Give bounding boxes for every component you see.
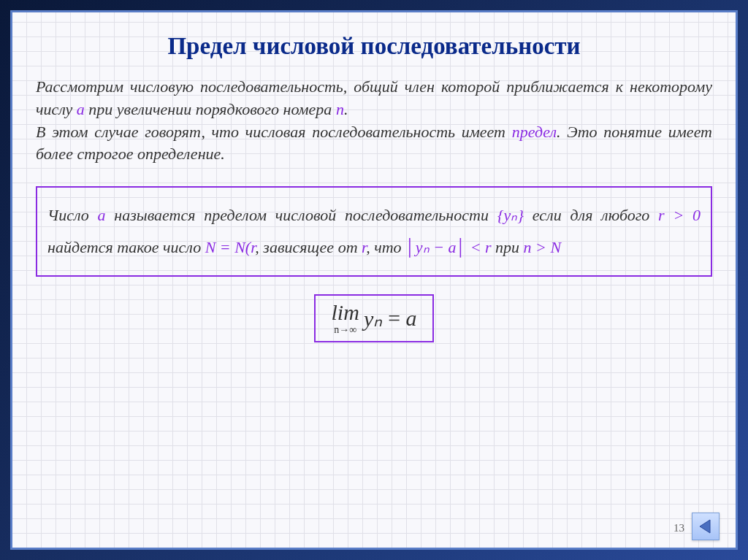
slide-frame: Предел числовой последовательности Рассм… (10, 10, 738, 550)
def-rgt0: r > 0 (658, 206, 701, 224)
def-2e: при (492, 238, 524, 256)
var-n: n (336, 100, 344, 118)
lim-text: lim (332, 302, 359, 323)
abs-left: │ (405, 238, 416, 256)
intro-paragraph-1: Рассмотрим числовую последовательность, … (36, 76, 712, 121)
def-ngt: n > N (524, 238, 562, 256)
def-lt: < r (466, 238, 491, 256)
prev-slide-button[interactable] (692, 513, 720, 540)
svg-marker-0 (700, 520, 710, 533)
intro-p1-c: . (344, 100, 348, 118)
def-var-a: a (98, 206, 106, 224)
abs-right: │ (456, 238, 466, 256)
intro-paragraph-2: В этом случае говорят, что числовая посл… (36, 121, 712, 166)
def-1b: называется пределом числовой последовате… (106, 206, 497, 224)
def-1a: Число (47, 206, 98, 224)
limit-formula-wrap: lim n→∞ yₙ = a (36, 294, 712, 342)
var-a: a (77, 100, 85, 118)
def-2d: , что (366, 238, 405, 256)
definition-box: Число a называется пределом числовой пос… (36, 186, 712, 277)
lim-yn: yₙ (364, 306, 382, 331)
lim-eq: = (386, 306, 401, 331)
limit-formula-box: lim n→∞ yₙ = a (314, 294, 435, 342)
intro-p1-b: при увеличении порядкового номера (85, 100, 336, 118)
def-2c: , зависящее от (255, 238, 362, 256)
lim-a: a (405, 306, 416, 331)
intro-text: Рассмотрим числовую последовательность, … (36, 76, 712, 166)
def-expr: yₙ − a (416, 238, 457, 256)
slide-title: Предел числовой последовательности (36, 33, 712, 60)
intro-p2-a: В этом случае говорят, что числовая посл… (36, 123, 512, 141)
word-limit: предел (512, 123, 557, 141)
lim-ninf: n→∞ (334, 325, 356, 335)
page-number: 13 (673, 522, 684, 534)
lim-symbol: lim n→∞ (332, 302, 359, 335)
def-2a: если для любого (533, 206, 658, 224)
def-neq: N = N(r (205, 238, 256, 256)
def-2b: найдется такое число (47, 238, 205, 256)
def-seq: {yₙ} (497, 206, 524, 224)
triangle-left-icon (698, 518, 714, 534)
